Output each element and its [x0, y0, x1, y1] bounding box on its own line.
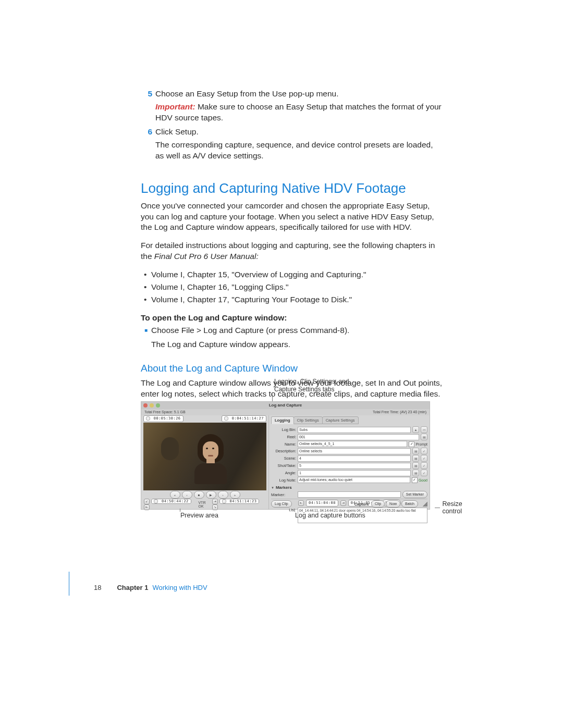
prompt-checkbox[interactable]: ✓ Prompt [409, 441, 427, 447]
rewind-button[interactable]: « [170, 491, 180, 499]
play-button[interactable]: ▶ [206, 491, 216, 499]
preview-bg-shape [161, 437, 179, 460]
good-label: Good [419, 478, 427, 482]
inc-button[interactable]: ✓ [421, 462, 427, 469]
preview-subject [193, 434, 228, 480]
timecode-current[interactable]: 0:04:51:14:27 [222, 415, 266, 422]
manual-title: Final Cut Pro 6 User Manual: [154, 252, 259, 261]
capture-label: Capture [354, 502, 369, 507]
set-out-button[interactable]: ⇥ [212, 499, 218, 504]
important-text: Make sure to choose an Easy Setup that m… [155, 102, 442, 122]
window-controls[interactable] [143, 403, 160, 408]
section-heading: Logging and Capturing Native HDV Footage [141, 179, 443, 198]
marker-label: Marker: [271, 492, 296, 497]
go-to-out-button[interactable]: ↘ [212, 504, 218, 510]
timecode-value: 04:51:14:23 [230, 499, 257, 503]
scene-field[interactable]: 4 [298, 455, 411, 462]
callout-line-1: Logging, Clip Settings, and [274, 378, 349, 385]
timecode-icon [154, 499, 158, 503]
close-icon[interactable] [143, 403, 148, 408]
up-bin-button[interactable]: ▲ [412, 426, 419, 433]
slate-button[interactable]: ▤ [421, 434, 427, 440]
step-6: 6 Click Setup. The corresponding capture… [141, 127, 443, 162]
minimize-icon[interactable] [150, 403, 154, 408]
tab-logging[interactable]: Logging [271, 416, 294, 424]
fast-forward-button[interactable]: » [230, 491, 240, 499]
new-bin-button[interactable]: ▭ [421, 426, 427, 433]
capture-bar: Log Clip Capture Clip Now Batch [271, 499, 427, 508]
in-timecode[interactable]: 04:50:44:22 [151, 499, 191, 504]
inc-button[interactable]: ✓ [421, 448, 427, 454]
checkbox-icon[interactable]: ✓ [412, 477, 418, 483]
callout-resize-control: Resize control [435, 500, 466, 515]
log-bin-label: Log Bin: [271, 427, 296, 432]
reel-field[interactable]: 001 [298, 434, 419, 440]
callout-leader-icon [294, 509, 295, 512]
shot-label: Shot/Take: [271, 463, 296, 468]
name-label: Name: [271, 442, 296, 447]
log-note-field[interactable]: Adjust mid-tones; audio too quiet [298, 477, 410, 483]
list-item: Volume I, Chapter 16, "Logging Clips." [141, 282, 443, 293]
footer-rule [69, 572, 69, 596]
stop-button[interactable]: ■ [194, 491, 204, 499]
tab-capture-settings[interactable]: Capture Settings [322, 416, 359, 424]
subsection-heading: About the Log and Capture Window [141, 362, 443, 375]
timecode-value: 00:05:30:26 [154, 416, 181, 421]
step-5: 5 Choose an Easy Setup from the Use pop-… [141, 89, 443, 124]
callout-line-2: Capture Settings tabs [274, 386, 334, 393]
procedure-text: Choose File > Log and Capture (or press … [151, 325, 349, 336]
slate-button[interactable]: ▤ [412, 448, 419, 454]
timecode-icon [224, 416, 228, 421]
chapter-label: Chapter 1 [117, 584, 148, 591]
good-checkbox[interactable]: ✓ Good [412, 477, 427, 483]
step-number: 6 [141, 127, 155, 162]
name-field[interactable]: Online selects_4_5_1 [298, 441, 407, 447]
resize-control[interactable] [422, 501, 427, 507]
angle-label: Angle: [271, 471, 296, 475]
page-footer: 18 Chapter 1 Working with HDV [94, 584, 207, 591]
set-marker-button[interactable]: Set Marker [402, 491, 427, 498]
shot-field[interactable]: 5 [298, 463, 411, 469]
logging-tabs: Logging Clip Settings Capture Settings [271, 416, 427, 424]
out-timecode[interactable]: 04:51:14:23 [219, 499, 260, 504]
timecode-icon [222, 499, 226, 503]
window-title: Log and Capture [141, 402, 430, 409]
zoom-icon[interactable] [156, 403, 160, 408]
callout-text: Preview area [180, 512, 218, 519]
log-bin-field[interactable]: Subs [298, 427, 411, 433]
capture-clip-button[interactable]: Clip [371, 500, 385, 508]
set-in-button[interactable]: ⇤ [144, 504, 150, 510]
free-time-label: Total Free Time: (AV) 23 40 (min) [373, 409, 426, 415]
important-label: Important: [155, 102, 195, 111]
callout-leader-icon [435, 508, 440, 508]
preview-bottom-bar: ↙ 04:50:44:22 ⇤ VTR OK ⇥ [141, 501, 268, 508]
angle-field[interactable]: 1 [298, 470, 411, 476]
timecode-icon [146, 416, 150, 421]
preview-area: 00:05:30:26 0:04:51:14:27 [141, 415, 268, 509]
marker-name-field[interactable] [298, 491, 401, 498]
slate-button[interactable]: ▤ [412, 470, 419, 476]
checkbox-icon[interactable]: ✓ [409, 441, 414, 447]
inc-button[interactable]: ✓ [421, 470, 427, 476]
callout-preview-area: Preview area [180, 512, 218, 519]
go-to-in-button[interactable]: ↙ [144, 499, 150, 504]
scene-label: Scene: [271, 456, 296, 461]
description-field[interactable]: Online selects [298, 448, 411, 454]
step-forward-button[interactable]: › [218, 491, 228, 499]
step-body: Choose an Easy Setup from the Use pop-up… [155, 89, 443, 124]
tab-clip-settings[interactable]: Clip Settings [293, 416, 323, 424]
callout-log-capture-buttons: Log and capture buttons [295, 512, 365, 519]
step-back-button[interactable]: ‹ [182, 491, 192, 499]
chapter-title: Working with HDV [152, 584, 207, 591]
slate-button[interactable]: ▤ [412, 455, 419, 462]
step-body: Click Setup. The corresponding capture, … [155, 127, 443, 162]
markers-disclosure[interactable]: Markers [271, 485, 427, 490]
timecode-duration[interactable]: 00:05:30:26 [143, 415, 183, 422]
slate-button[interactable]: ▤ [412, 462, 419, 469]
log-clip-button[interactable]: Log Clip [271, 500, 292, 508]
step-text: Choose an Easy Setup from the Use pop-up… [155, 89, 339, 98]
inc-button[interactable]: ✓ [421, 455, 427, 462]
capture-batch-button[interactable]: Batch [401, 500, 418, 508]
list-item: Volume I, Chapter 17, "Capturing Your Fo… [141, 294, 443, 305]
capture-now-button[interactable]: Now [386, 500, 400, 508]
